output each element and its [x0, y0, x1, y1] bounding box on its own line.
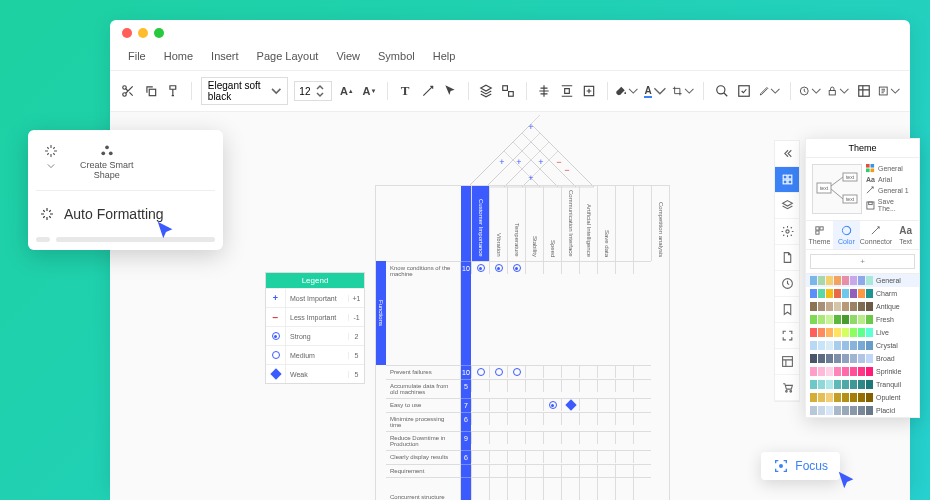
close-dot[interactable]: [122, 28, 132, 38]
copy-icon[interactable]: [143, 80, 160, 102]
auto-formatting-button[interactable]: Auto Formatting: [36, 201, 215, 227]
theme-prop-general[interactable]: General: [866, 164, 913, 173]
color-scheme-broad[interactable]: Broad: [806, 352, 919, 365]
svg-rect-7: [739, 86, 750, 97]
tab-connector[interactable]: Connector: [860, 221, 892, 249]
sparkle-button[interactable]: [36, 138, 66, 184]
color-scheme-placid[interactable]: Placid: [806, 404, 919, 417]
svg-rect-25: [788, 180, 792, 184]
svg-text:−: −: [556, 157, 561, 167]
svg-rect-3: [503, 86, 508, 91]
strip-layout-icon[interactable]: [775, 349, 799, 375]
strip-expand-icon[interactable]: [775, 141, 799, 167]
focus-button[interactable]: Focus: [761, 452, 840, 480]
text-tool-icon[interactable]: T: [397, 80, 414, 102]
theme-prop-font[interactable]: AaArial: [866, 176, 913, 183]
table-icon[interactable]: [855, 80, 872, 102]
theme-prop-connector[interactable]: General 1: [866, 186, 913, 195]
font-size[interactable]: 12: [294, 81, 332, 101]
increase-font-icon[interactable]: A▲: [338, 80, 355, 102]
menu-pagelayout[interactable]: Page Layout: [257, 50, 319, 62]
svg-point-12: [105, 145, 109, 149]
layers-icon[interactable]: [477, 80, 494, 102]
menu-view[interactable]: View: [336, 50, 360, 62]
legend-title: Legend: [266, 273, 364, 288]
crop-icon[interactable]: [672, 80, 694, 102]
tab-theme[interactable]: Theme: [806, 221, 833, 249]
svg-point-26: [785, 230, 788, 233]
pointer-icon[interactable]: [442, 80, 459, 102]
lock-icon[interactable]: [827, 80, 849, 102]
theme-prop-save[interactable]: Save The...: [866, 198, 913, 212]
strip-history-icon[interactable]: [775, 271, 799, 297]
link-icon[interactable]: [799, 80, 821, 102]
search-icon[interactable]: [713, 80, 730, 102]
svg-rect-39: [866, 169, 870, 173]
svg-rect-23: [788, 175, 792, 179]
svg-rect-2: [149, 89, 155, 95]
color-scheme-crystal[interactable]: Crystal: [806, 339, 919, 352]
strip-layers-icon[interactable]: [775, 193, 799, 219]
svg-text:+: +: [528, 122, 533, 132]
font-select[interactable]: Elegant soft black: [201, 77, 289, 105]
side-toolstrip: [774, 140, 800, 402]
size-icon[interactable]: [581, 80, 598, 102]
minimize-dot[interactable]: [138, 28, 148, 38]
svg-rect-42: [869, 201, 873, 204]
color-scheme-charm[interactable]: Charm: [806, 287, 919, 300]
color-scheme-tranquil[interactable]: Tranquil: [806, 378, 919, 391]
fill-icon[interactable]: [616, 80, 638, 102]
strip-theme-icon[interactable]: [775, 167, 799, 193]
distribute-icon[interactable]: [558, 80, 575, 102]
menubar: File Home Insert Page Layout View Symbol…: [110, 46, 910, 71]
theme-title: Theme: [806, 139, 919, 158]
smart-shape-popup: Create Smart Shape Auto Formatting: [28, 130, 223, 250]
theme-tabs: Theme Color Connector AaText: [806, 221, 919, 250]
color-scheme-antique[interactable]: Antique: [806, 300, 919, 313]
pen-icon[interactable]: [759, 80, 781, 102]
align-icon[interactable]: [536, 80, 553, 102]
spellcheck-icon[interactable]: [736, 80, 753, 102]
strip-bookmark-icon[interactable]: [775, 297, 799, 323]
color-scheme-fresh[interactable]: Fresh: [806, 313, 919, 326]
connector-icon[interactable]: [419, 80, 436, 102]
decrease-font-icon[interactable]: A▼: [361, 80, 378, 102]
tab-color[interactable]: Color: [833, 221, 860, 249]
legend-row: Medium5: [266, 345, 364, 364]
menu-home[interactable]: Home: [164, 50, 193, 62]
svg-text:text: text: [846, 196, 855, 202]
svg-rect-10: [858, 86, 869, 97]
strip-page-icon[interactable]: [775, 245, 799, 271]
color-scheme-opulent[interactable]: Opulent: [806, 391, 919, 404]
color-scheme-live[interactable]: Live: [806, 326, 919, 339]
strip-settings-icon[interactable]: [775, 219, 799, 245]
tab-text[interactable]: AaText: [892, 221, 919, 249]
legend-panel: Legend +Most Important+1−Less Important-…: [265, 272, 365, 384]
svg-rect-28: [782, 357, 792, 367]
menu-symbol[interactable]: Symbol: [378, 50, 415, 62]
legend-row: Weak5: [266, 364, 364, 383]
format-painter-icon[interactable]: [165, 80, 182, 102]
strip-fullscreen-icon[interactable]: [775, 323, 799, 349]
cut-icon[interactable]: [120, 80, 137, 102]
menu-file[interactable]: File: [128, 50, 146, 62]
strip-cart-icon[interactable]: [775, 375, 799, 401]
more-icon[interactable]: [878, 80, 900, 102]
create-smart-shape-button[interactable]: Create Smart Shape: [74, 138, 140, 184]
svg-text:+: +: [499, 157, 504, 167]
window-controls: [110, 20, 910, 46]
color-scheme-general[interactable]: General: [806, 274, 919, 287]
font-color-icon[interactable]: A: [644, 80, 666, 102]
svg-rect-22: [783, 175, 787, 179]
menu-help[interactable]: Help: [433, 50, 456, 62]
maximize-dot[interactable]: [154, 28, 164, 38]
svg-point-6: [716, 86, 724, 94]
svg-rect-45: [816, 231, 819, 234]
add-scheme-button[interactable]: +: [810, 254, 915, 269]
svg-rect-40: [871, 169, 875, 173]
color-scheme-sprinkle[interactable]: Sprinkle: [806, 365, 919, 378]
group-icon[interactable]: [500, 80, 517, 102]
theme-preview: texttexttext: [812, 164, 862, 214]
menu-insert[interactable]: Insert: [211, 50, 239, 62]
svg-point-14: [109, 151, 113, 155]
